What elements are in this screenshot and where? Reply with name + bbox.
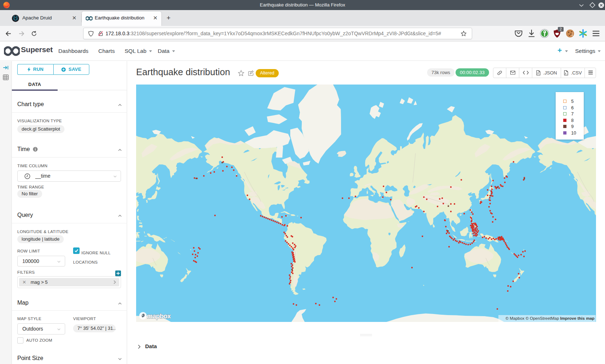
svg-text:mapbox: mapbox <box>147 313 171 320</box>
